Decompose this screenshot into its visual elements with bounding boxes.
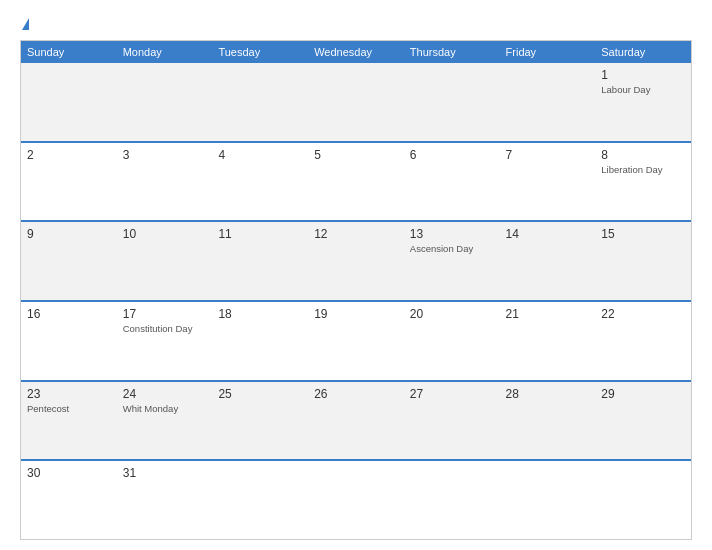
calendar-body: 1Labour Day2345678Liberation Day91011121… bbox=[21, 63, 691, 539]
calendar-cell-r1c5: 7 bbox=[500, 143, 596, 221]
calendar: SundayMondayTuesdayWednesdayThursdayFrid… bbox=[20, 40, 692, 540]
calendar-cell-r4c5: 28 bbox=[500, 382, 596, 460]
holiday-label: Pentecost bbox=[27, 403, 111, 415]
weekday-header-tuesday: Tuesday bbox=[212, 41, 308, 63]
calendar-cell-r4c3: 26 bbox=[308, 382, 404, 460]
calendar-cell-r3c1: 17Constitution Day bbox=[117, 302, 213, 380]
day-number: 26 bbox=[314, 387, 398, 401]
calendar-row-3: 1617Constitution Day1819202122 bbox=[21, 300, 691, 380]
calendar-cell-r2c3: 12 bbox=[308, 222, 404, 300]
calendar-cell-r5c2 bbox=[212, 461, 308, 539]
calendar-cell-r2c6: 15 bbox=[595, 222, 691, 300]
calendar-cell-r2c0: 9 bbox=[21, 222, 117, 300]
calendar-cell-r4c2: 25 bbox=[212, 382, 308, 460]
day-number: 24 bbox=[123, 387, 207, 401]
calendar-cell-r1c0: 2 bbox=[21, 143, 117, 221]
day-number: 12 bbox=[314, 227, 398, 241]
calendar-cell-r0c3 bbox=[308, 63, 404, 141]
day-number: 6 bbox=[410, 148, 494, 162]
holiday-label: Labour Day bbox=[601, 84, 685, 96]
calendar-cell-r0c4 bbox=[404, 63, 500, 141]
calendar-cell-r0c2 bbox=[212, 63, 308, 141]
day-number: 10 bbox=[123, 227, 207, 241]
calendar-cell-r3c2: 18 bbox=[212, 302, 308, 380]
day-number: 20 bbox=[410, 307, 494, 321]
calendar-cell-r1c4: 6 bbox=[404, 143, 500, 221]
calendar-cell-r2c1: 10 bbox=[117, 222, 213, 300]
day-number: 16 bbox=[27, 307, 111, 321]
day-number: 9 bbox=[27, 227, 111, 241]
weekday-header-thursday: Thursday bbox=[404, 41, 500, 63]
holiday-label: Whit Monday bbox=[123, 403, 207, 415]
weekday-header-saturday: Saturday bbox=[595, 41, 691, 63]
day-number: 15 bbox=[601, 227, 685, 241]
calendar-row-2: 910111213Ascension Day1415 bbox=[21, 220, 691, 300]
weekday-header-monday: Monday bbox=[117, 41, 213, 63]
calendar-cell-r5c3 bbox=[308, 461, 404, 539]
weekday-header-friday: Friday bbox=[500, 41, 596, 63]
calendar-cell-r2c4: 13Ascension Day bbox=[404, 222, 500, 300]
calendar-cell-r3c0: 16 bbox=[21, 302, 117, 380]
calendar-cell-r4c4: 27 bbox=[404, 382, 500, 460]
calendar-row-5: 3031 bbox=[21, 459, 691, 539]
day-number: 23 bbox=[27, 387, 111, 401]
day-number: 4 bbox=[218, 148, 302, 162]
day-number: 31 bbox=[123, 466, 207, 480]
day-number: 19 bbox=[314, 307, 398, 321]
day-number: 8 bbox=[601, 148, 685, 162]
calendar-cell-r1c2: 4 bbox=[212, 143, 308, 221]
weekday-header-wednesday: Wednesday bbox=[308, 41, 404, 63]
day-number: 1 bbox=[601, 68, 685, 82]
calendar-cell-r4c6: 29 bbox=[595, 382, 691, 460]
day-number: 29 bbox=[601, 387, 685, 401]
calendar-cell-r1c6: 8Liberation Day bbox=[595, 143, 691, 221]
calendar-row-0: 1Labour Day bbox=[21, 63, 691, 141]
day-number: 21 bbox=[506, 307, 590, 321]
calendar-row-1: 2345678Liberation Day bbox=[21, 141, 691, 221]
day-number: 14 bbox=[506, 227, 590, 241]
day-number: 17 bbox=[123, 307, 207, 321]
weekday-header-sunday: Sunday bbox=[21, 41, 117, 63]
calendar-cell-r5c1: 31 bbox=[117, 461, 213, 539]
calendar-cell-r4c1: 24Whit Monday bbox=[117, 382, 213, 460]
day-number: 30 bbox=[27, 466, 111, 480]
day-number: 22 bbox=[601, 307, 685, 321]
calendar-cell-r2c2: 11 bbox=[212, 222, 308, 300]
day-number: 2 bbox=[27, 148, 111, 162]
day-number: 5 bbox=[314, 148, 398, 162]
calendar-cell-r3c4: 20 bbox=[404, 302, 500, 380]
day-number: 18 bbox=[218, 307, 302, 321]
holiday-label: Constitution Day bbox=[123, 323, 207, 335]
calendar-cell-r4c0: 23Pentecost bbox=[21, 382, 117, 460]
calendar-cell-r0c0 bbox=[21, 63, 117, 141]
logo-triangle-icon bbox=[22, 18, 29, 30]
holiday-label: Ascension Day bbox=[410, 243, 494, 255]
calendar-cell-r5c4 bbox=[404, 461, 500, 539]
calendar-cell-r3c5: 21 bbox=[500, 302, 596, 380]
page: SundayMondayTuesdayWednesdayThursdayFrid… bbox=[0, 0, 712, 550]
calendar-row-4: 23Pentecost24Whit Monday2526272829 bbox=[21, 380, 691, 460]
day-number: 11 bbox=[218, 227, 302, 241]
calendar-cell-r0c1 bbox=[117, 63, 213, 141]
calendar-cell-r0c6: 1Labour Day bbox=[595, 63, 691, 141]
calendar-header: SundayMondayTuesdayWednesdayThursdayFrid… bbox=[21, 41, 691, 63]
calendar-cell-r2c5: 14 bbox=[500, 222, 596, 300]
day-number: 25 bbox=[218, 387, 302, 401]
day-number: 3 bbox=[123, 148, 207, 162]
calendar-cell-r1c1: 3 bbox=[117, 143, 213, 221]
logo bbox=[20, 18, 29, 30]
calendar-cell-r1c3: 5 bbox=[308, 143, 404, 221]
calendar-cell-r3c3: 19 bbox=[308, 302, 404, 380]
calendar-cell-r0c5 bbox=[500, 63, 596, 141]
calendar-cell-r5c0: 30 bbox=[21, 461, 117, 539]
day-number: 28 bbox=[506, 387, 590, 401]
calendar-cell-r5c6 bbox=[595, 461, 691, 539]
day-number: 13 bbox=[410, 227, 494, 241]
holiday-label: Liberation Day bbox=[601, 164, 685, 176]
calendar-cell-r3c6: 22 bbox=[595, 302, 691, 380]
header bbox=[20, 18, 692, 30]
day-number: 7 bbox=[506, 148, 590, 162]
day-number: 27 bbox=[410, 387, 494, 401]
calendar-cell-r5c5 bbox=[500, 461, 596, 539]
